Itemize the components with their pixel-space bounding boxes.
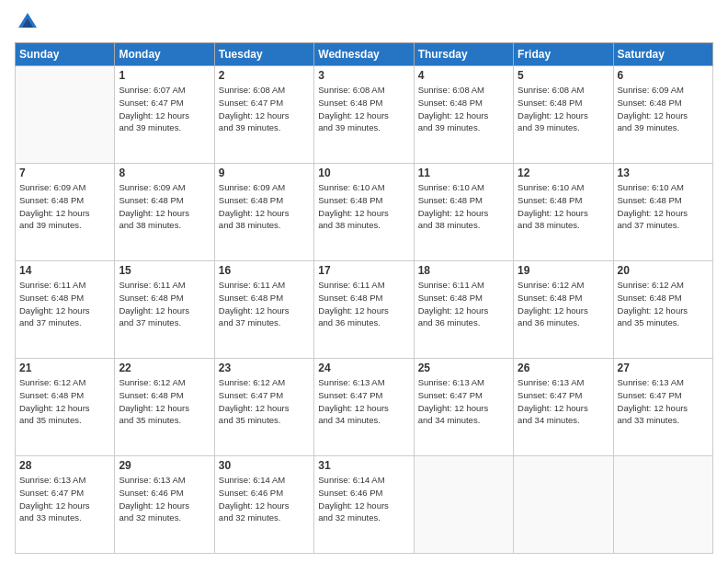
calendar-cell: 17Sunrise: 6:11 AM Sunset: 6:48 PM Dayli… xyxy=(314,261,414,359)
calendar-cell xyxy=(414,456,513,554)
day-info: Sunrise: 6:08 AM Sunset: 6:48 PM Dayligh… xyxy=(318,84,409,134)
calendar-cell: 30Sunrise: 6:14 AM Sunset: 6:46 PM Dayli… xyxy=(214,456,313,554)
calendar-cell xyxy=(16,66,115,164)
day-number: 7 xyxy=(19,167,110,179)
calendar-cell: 21Sunrise: 6:12 AM Sunset: 6:48 PM Dayli… xyxy=(16,359,115,456)
calendar-cell: 20Sunrise: 6:12 AM Sunset: 6:48 PM Dayli… xyxy=(613,261,712,359)
calendar-cell: 9Sunrise: 6:09 AM Sunset: 6:48 PM Daylig… xyxy=(214,164,313,261)
day-number: 22 xyxy=(119,362,210,374)
day-number: 4 xyxy=(418,69,509,82)
header-row: SundayMondayTuesdayWednesdayThursdayFrid… xyxy=(16,43,713,66)
day-number: 26 xyxy=(518,362,609,374)
day-number: 8 xyxy=(119,167,210,179)
header-day: Thursday xyxy=(414,43,513,66)
day-info: Sunrise: 6:10 AM Sunset: 6:48 PM Dayligh… xyxy=(418,181,509,232)
calendar-cell: 10Sunrise: 6:10 AM Sunset: 6:48 PM Dayli… xyxy=(314,164,414,261)
day-number: 28 xyxy=(19,459,110,472)
day-info: Sunrise: 6:11 AM Sunset: 6:48 PM Dayligh… xyxy=(219,279,310,329)
day-number: 12 xyxy=(518,167,609,179)
header-day: Wednesday xyxy=(314,43,414,66)
calendar-cell: 2Sunrise: 6:08 AM Sunset: 6:47 PM Daylig… xyxy=(214,66,313,164)
day-info: Sunrise: 6:10 AM Sunset: 6:48 PM Dayligh… xyxy=(318,181,409,232)
header-day: Friday xyxy=(514,43,613,66)
day-info: Sunrise: 6:09 AM Sunset: 6:48 PM Dayligh… xyxy=(19,181,110,232)
day-info: Sunrise: 6:12 AM Sunset: 6:48 PM Dayligh… xyxy=(518,279,609,329)
calendar-week-row: 28Sunrise: 6:13 AM Sunset: 6:47 PM Dayli… xyxy=(16,456,713,554)
day-number: 31 xyxy=(318,459,409,472)
day-info: Sunrise: 6:13 AM Sunset: 6:47 PM Dayligh… xyxy=(318,376,409,427)
calendar-cell: 13Sunrise: 6:10 AM Sunset: 6:48 PM Dayli… xyxy=(613,164,712,261)
day-info: Sunrise: 6:10 AM Sunset: 6:48 PM Dayligh… xyxy=(518,181,609,232)
calendar-cell: 8Sunrise: 6:09 AM Sunset: 6:48 PM Daylig… xyxy=(115,164,214,261)
day-info: Sunrise: 6:14 AM Sunset: 6:46 PM Dayligh… xyxy=(219,474,310,524)
calendar-week-row: 14Sunrise: 6:11 AM Sunset: 6:48 PM Dayli… xyxy=(16,261,713,359)
day-number: 19 xyxy=(518,264,609,277)
day-number: 25 xyxy=(418,362,509,374)
day-number: 29 xyxy=(119,459,210,472)
day-number: 23 xyxy=(219,362,310,374)
calendar-cell: 31Sunrise: 6:14 AM Sunset: 6:46 PM Dayli… xyxy=(314,456,414,554)
calendar-cell: 25Sunrise: 6:13 AM Sunset: 6:47 PM Dayli… xyxy=(414,359,513,456)
day-number: 27 xyxy=(618,362,709,374)
day-info: Sunrise: 6:13 AM Sunset: 6:47 PM Dayligh… xyxy=(518,376,609,427)
day-number: 21 xyxy=(19,362,110,374)
calendar-cell: 16Sunrise: 6:11 AM Sunset: 6:48 PM Dayli… xyxy=(214,261,313,359)
day-info: Sunrise: 6:11 AM Sunset: 6:48 PM Dayligh… xyxy=(318,279,409,329)
day-number: 2 xyxy=(219,69,310,82)
day-info: Sunrise: 6:09 AM Sunset: 6:48 PM Dayligh… xyxy=(119,181,210,232)
day-number: 10 xyxy=(318,167,409,179)
header-day: Saturday xyxy=(613,43,712,66)
day-info: Sunrise: 6:09 AM Sunset: 6:48 PM Dayligh… xyxy=(219,181,310,232)
header xyxy=(15,9,713,35)
calendar-cell: 14Sunrise: 6:11 AM Sunset: 6:48 PM Dayli… xyxy=(16,261,115,359)
calendar-week-row: 1Sunrise: 6:07 AM Sunset: 6:47 PM Daylig… xyxy=(16,66,713,164)
calendar-header: SundayMondayTuesdayWednesdayThursdayFrid… xyxy=(16,43,713,66)
calendar-cell: 27Sunrise: 6:13 AM Sunset: 6:47 PM Dayli… xyxy=(613,359,712,456)
day-info: Sunrise: 6:13 AM Sunset: 6:47 PM Dayligh… xyxy=(618,376,709,427)
day-info: Sunrise: 6:11 AM Sunset: 6:48 PM Dayligh… xyxy=(19,279,110,329)
day-info: Sunrise: 6:11 AM Sunset: 6:48 PM Dayligh… xyxy=(119,279,210,329)
day-info: Sunrise: 6:12 AM Sunset: 6:48 PM Dayligh… xyxy=(19,376,110,427)
calendar-cell: 4Sunrise: 6:08 AM Sunset: 6:48 PM Daylig… xyxy=(414,66,513,164)
page: SundayMondayTuesdayWednesdayThursdayFrid… xyxy=(0,0,728,563)
calendar-table: SundayMondayTuesdayWednesdayThursdayFrid… xyxy=(15,42,713,554)
calendar-cell: 7Sunrise: 6:09 AM Sunset: 6:48 PM Daylig… xyxy=(16,164,115,261)
header-day: Tuesday xyxy=(214,43,313,66)
day-number: 24 xyxy=(318,362,409,374)
calendar-cell: 23Sunrise: 6:12 AM Sunset: 6:47 PM Dayli… xyxy=(214,359,313,456)
calendar-cell: 29Sunrise: 6:13 AM Sunset: 6:46 PM Dayli… xyxy=(115,456,214,554)
calendar-week-row: 7Sunrise: 6:09 AM Sunset: 6:48 PM Daylig… xyxy=(16,164,713,261)
day-info: Sunrise: 6:09 AM Sunset: 6:48 PM Dayligh… xyxy=(618,84,709,134)
day-info: Sunrise: 6:08 AM Sunset: 6:48 PM Dayligh… xyxy=(418,84,509,134)
calendar-cell: 19Sunrise: 6:12 AM Sunset: 6:48 PM Dayli… xyxy=(514,261,613,359)
day-info: Sunrise: 6:13 AM Sunset: 6:47 PM Dayligh… xyxy=(19,474,110,524)
day-info: Sunrise: 6:12 AM Sunset: 6:48 PM Dayligh… xyxy=(119,376,210,427)
day-number: 30 xyxy=(219,459,310,472)
calendar-cell: 24Sunrise: 6:13 AM Sunset: 6:47 PM Dayli… xyxy=(314,359,414,456)
header-day: Monday xyxy=(115,43,214,66)
day-info: Sunrise: 6:13 AM Sunset: 6:47 PM Dayligh… xyxy=(418,376,509,427)
day-number: 20 xyxy=(618,264,709,277)
calendar-cell xyxy=(613,456,712,554)
day-number: 5 xyxy=(518,69,609,82)
calendar-cell: 5Sunrise: 6:08 AM Sunset: 6:48 PM Daylig… xyxy=(514,66,613,164)
calendar-cell xyxy=(514,456,613,554)
calendar-cell: 3Sunrise: 6:08 AM Sunset: 6:48 PM Daylig… xyxy=(314,66,414,164)
day-number: 9 xyxy=(219,167,310,179)
calendar-body: 1Sunrise: 6:07 AM Sunset: 6:47 PM Daylig… xyxy=(16,66,713,554)
day-number: 3 xyxy=(318,69,409,82)
calendar-cell: 22Sunrise: 6:12 AM Sunset: 6:48 PM Dayli… xyxy=(115,359,214,456)
day-number: 11 xyxy=(418,167,509,179)
day-info: Sunrise: 6:08 AM Sunset: 6:47 PM Dayligh… xyxy=(219,84,310,134)
day-number: 14 xyxy=(19,264,110,277)
calendar-week-row: 21Sunrise: 6:12 AM Sunset: 6:48 PM Dayli… xyxy=(16,359,713,456)
day-info: Sunrise: 6:11 AM Sunset: 6:48 PM Dayligh… xyxy=(418,279,509,329)
day-info: Sunrise: 6:10 AM Sunset: 6:48 PM Dayligh… xyxy=(618,181,709,232)
day-number: 6 xyxy=(618,69,709,82)
day-number: 16 xyxy=(219,264,310,277)
day-number: 1 xyxy=(119,69,210,82)
calendar-cell: 11Sunrise: 6:10 AM Sunset: 6:48 PM Dayli… xyxy=(414,164,513,261)
calendar-cell: 15Sunrise: 6:11 AM Sunset: 6:48 PM Dayli… xyxy=(115,261,214,359)
day-info: Sunrise: 6:07 AM Sunset: 6:47 PM Dayligh… xyxy=(119,84,210,134)
day-number: 13 xyxy=(618,167,709,179)
